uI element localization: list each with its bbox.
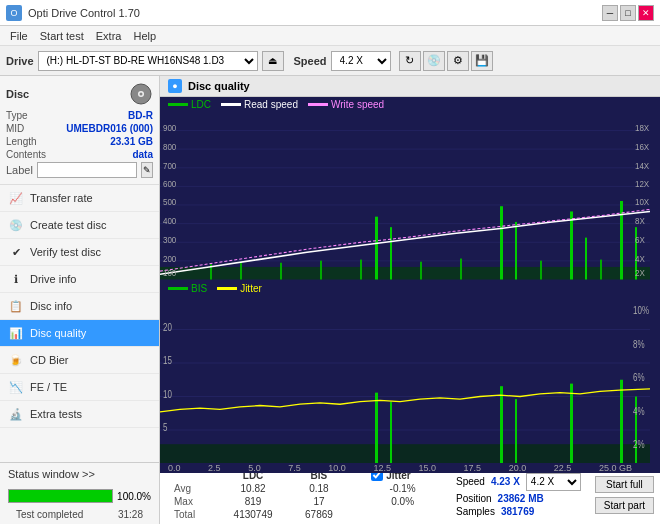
avg-label: Avg (168, 482, 216, 495)
write-speed-legend-color (308, 103, 328, 106)
avg-bis: 0.18 (290, 482, 348, 495)
speed-row-label: Speed (456, 476, 485, 487)
sidebar-item-fe-te[interactable]: 📉 FE / TE (0, 374, 159, 401)
sidebar-item-cd-bier[interactable]: 🍺 CD Bier (0, 347, 159, 374)
disc-type-row: Type BD-R (6, 110, 153, 121)
status-window-button[interactable]: Status window >> (0, 463, 159, 485)
sidebar-item-create-test-disc[interactable]: 💿 Create test disc (0, 212, 159, 239)
app-title: Opti Drive Control 1.70 (28, 7, 140, 19)
svg-rect-15 (500, 206, 503, 279)
create-test-disc-icon: 💿 (8, 217, 24, 233)
disc-quality-header-icon: ● (168, 79, 182, 93)
avg-jitter: -0.1% (365, 482, 440, 495)
action-buttons: Start full Start part (589, 465, 660, 524)
length-value: 23.31 GB (110, 136, 153, 147)
sidebar-item-extra-tests[interactable]: 🔬 Extra tests (0, 401, 159, 428)
refresh-icon[interactable]: ↻ (399, 51, 421, 71)
menu-file[interactable]: File (4, 28, 34, 44)
sidebar-item-label-create-test-disc: Create test disc (30, 219, 106, 231)
mid-label: MID (6, 123, 24, 134)
samples-label: Samples (456, 506, 495, 517)
sidebar-item-drive-info[interactable]: ℹ Drive info (0, 266, 159, 293)
progress-label: 100.0% (117, 491, 151, 502)
maximize-button[interactable]: □ (620, 5, 636, 21)
sidebar-item-disc-quality[interactable]: 📊 Disc quality (0, 320, 159, 347)
speed-label: Speed (294, 55, 327, 67)
svg-rect-3 (160, 112, 650, 280)
start-part-button[interactable]: Start part (595, 497, 654, 514)
svg-rect-26 (420, 262, 422, 280)
drive-select[interactable]: (H:) HL-DT-ST BD-RE WH16NS48 1.D3 (38, 51, 258, 71)
svg-text:8X: 8X (635, 217, 645, 226)
write-speed-legend-label: Write speed (331, 99, 384, 110)
disc-icon[interactable]: 💿 (423, 51, 445, 71)
disc-section: Disc Type BD-R MID UMEBDR016 (000) Lengt… (0, 76, 159, 185)
svg-rect-14 (390, 227, 392, 279)
cd-bier-icon: 🍺 (8, 352, 24, 368)
eject-button[interactable]: ⏏ (262, 51, 284, 71)
jitter-legend-label: Jitter (240, 283, 262, 294)
progress-row: 100.0% (0, 485, 159, 507)
speed-select-sm[interactable]: 4.2 X (526, 473, 581, 491)
stats-table: LDC BIS Jitter (168, 468, 440, 521)
svg-text:4%: 4% (633, 405, 645, 416)
svg-text:16X: 16X (635, 143, 650, 152)
svg-rect-58 (570, 383, 573, 463)
svg-text:15: 15 (163, 355, 172, 366)
settings-icon[interactable]: ⚙ (447, 51, 469, 71)
menu-start-test[interactable]: Start test (34, 28, 90, 44)
avg-row: Avg 10.82 0.18 -0.1% (168, 482, 440, 495)
sidebar-item-label-verify-test-disc: Verify test disc (30, 246, 101, 258)
mid-value: UMEBDR016 (000) (66, 123, 153, 134)
chart1-container: LDC Read speed Write speed (160, 97, 660, 281)
disc-label-input[interactable] (37, 162, 137, 178)
titlebar: O Opti Drive Control 1.70 ─ □ ✕ (0, 0, 660, 26)
svg-text:700: 700 (163, 161, 177, 170)
svg-text:5: 5 (163, 422, 167, 433)
speed-select[interactable]: 4.2 X (331, 51, 391, 71)
type-value: BD-R (128, 110, 153, 121)
chart2-x-labels: 0.02.55.07.510.012.515.017.520.022.525.0… (160, 463, 660, 473)
app-icon: O (6, 5, 22, 21)
samples-value: 381769 (501, 506, 534, 517)
chart2-svg: 20 15 10 5 10% 8% 6% 4% 2% (160, 296, 650, 464)
chart2-legend: BIS Jitter (160, 281, 660, 296)
chart1-legend: LDC Read speed Write speed (160, 97, 660, 112)
label-label: Label (6, 164, 33, 176)
disc-label-row: Label ✎ (6, 162, 153, 178)
contents-label: Contents (6, 149, 46, 160)
sidebar-item-transfer-rate[interactable]: 📈 Transfer rate (0, 185, 159, 212)
max-jitter: 0.0% (365, 495, 440, 508)
fe-te-icon: 📉 (8, 379, 24, 395)
disc-header: Disc (6, 82, 153, 106)
contents-value: data (132, 149, 153, 160)
total-label: Total (168, 508, 216, 521)
menubar: File Start test Extra Help (0, 26, 660, 46)
start-full-button[interactable]: Start full (595, 476, 654, 493)
menu-extra[interactable]: Extra (90, 28, 128, 44)
menu-help[interactable]: Help (127, 28, 162, 44)
svg-text:2%: 2% (633, 439, 645, 450)
sidebar-item-disc-info[interactable]: 📋 Disc info (0, 293, 159, 320)
avg-ldc: 10.82 (216, 482, 290, 495)
svg-text:800: 800 (163, 143, 177, 152)
svg-text:6%: 6% (633, 372, 645, 383)
length-label: Length (6, 136, 37, 147)
minimize-button[interactable]: ─ (602, 5, 618, 21)
save-icon[interactable]: 💾 (471, 51, 493, 71)
stats-area: LDC BIS Jitter (160, 465, 448, 524)
disc-mid-row: MID UMEBDR016 (000) (6, 123, 153, 134)
svg-rect-54 (375, 392, 378, 463)
chart1-svg-container: 900 800 700 600 500 400 300 200 100 18X … (160, 112, 660, 280)
speed-row: Speed 4.23 X 4.2 X (456, 473, 581, 491)
read-speed-legend: Read speed (221, 99, 298, 110)
sidebar-item-verify-test-disc[interactable]: ✔ Verify test disc (0, 239, 159, 266)
close-button[interactable]: ✕ (638, 5, 654, 21)
disc-label-edit-button[interactable]: ✎ (141, 162, 153, 178)
verify-test-disc-icon: ✔ (8, 244, 24, 260)
jitter-legend: Jitter (217, 283, 262, 294)
svg-text:6X: 6X (635, 236, 645, 245)
disc-svg-icon (129, 82, 153, 106)
bis-legend-label: BIS (191, 283, 207, 294)
transfer-rate-icon: 📈 (8, 190, 24, 206)
